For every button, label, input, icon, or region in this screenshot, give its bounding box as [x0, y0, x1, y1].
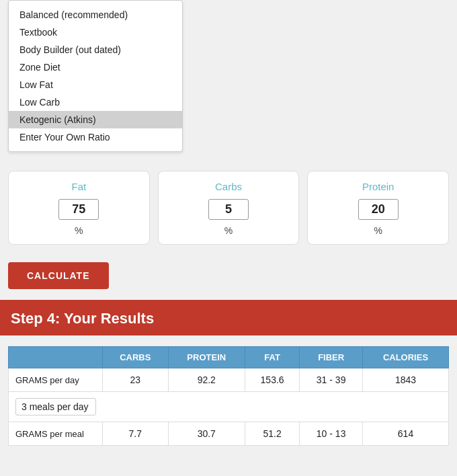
grams-per-day-fiber: 31 - 39	[300, 368, 363, 392]
dropdown-item-lowcarb[interactable]: Low Carb	[9, 93, 182, 111]
fat-ratio-box: Fat %	[8, 171, 150, 245]
step4-header: Step 4: Your Results	[0, 302, 457, 335]
col-header-calories: CALORIES	[363, 347, 449, 368]
dropdown-item-custom[interactable]: Enter Your Own Ratio	[9, 128, 182, 146]
dropdown-item-ketogenic[interactable]: Ketogenic (Atkins)	[9, 111, 182, 128]
results-section: CARBS PROTEIN FAT FIBER CALORIES GRAMS p…	[0, 335, 457, 454]
grams-per-day-row: GRAMS per day 23 92.2 153.6 31 - 39 1843	[9, 368, 449, 392]
carbs-ratio-box: Carbs %	[158, 171, 300, 245]
table-header-row: CARBS PROTEIN FAT FIBER CALORIES	[9, 347, 449, 368]
carbs-unit: %	[224, 225, 233, 236]
protein-ratio-box: Protein %	[307, 171, 449, 245]
protein-label: Protein	[362, 181, 394, 192]
grams-per-day-calories: 1843	[363, 368, 449, 392]
protein-unit: %	[374, 225, 382, 236]
grams-per-day-fat: 153.6	[245, 368, 299, 392]
col-header-empty	[9, 347, 103, 368]
grams-per-meal-carbs: 7.7	[103, 422, 169, 446]
meals-input[interactable]	[15, 398, 96, 415]
meals-input-row	[9, 392, 449, 422]
col-header-fiber: FIBER	[300, 347, 363, 368]
grams-per-day-label: GRAMS per day	[9, 368, 103, 392]
grams-per-day-protein: 92.2	[168, 368, 245, 392]
grams-per-day-carbs: 23	[103, 368, 169, 392]
dropdown-item-bodybuilder[interactable]: Body Builder (out dated)	[9, 41, 182, 58]
ratio-section: Fat % Carbs % Protein %	[0, 163, 457, 253]
fat-unit: %	[75, 225, 83, 236]
carbs-input[interactable]	[208, 199, 249, 220]
col-header-carbs: CARBS	[103, 347, 169, 368]
calculate-section: CALCULATE	[0, 253, 457, 300]
results-table: CARBS PROTEIN FAT FIBER CALORIES GRAMS p…	[8, 346, 449, 446]
carbs-label: Carbs	[215, 181, 242, 192]
grams-per-meal-fiber: 10 - 13	[300, 422, 363, 446]
dropdown-item-balanced[interactable]: Balanced (recommended)	[9, 6, 182, 24]
grams-per-meal-calories: 614	[363, 422, 449, 446]
grams-per-meal-label: GRAMS per meal	[9, 422, 103, 446]
diet-dropdown: Balanced (recommended) Textbook Body Bui…	[8, 0, 183, 152]
dropdown-item-textbook[interactable]: Textbook	[9, 24, 182, 41]
col-header-fat: FAT	[245, 347, 299, 368]
meals-cell	[9, 392, 449, 422]
grams-per-meal-row: GRAMS per meal 7.7 30.7 51.2 10 - 13 614	[9, 422, 449, 446]
calculate-button[interactable]: CALCULATE	[8, 262, 109, 289]
protein-input[interactable]	[358, 199, 399, 220]
col-header-protein: PROTEIN	[168, 347, 245, 368]
grams-per-meal-protein: 30.7	[168, 422, 245, 446]
dropdown-item-lowfat[interactable]: Low Fat	[9, 76, 182, 93]
dropdown-item-zonediet[interactable]: Zone Diet	[9, 58, 182, 76]
grams-per-meal-fat: 51.2	[245, 422, 299, 446]
fat-input[interactable]	[58, 199, 99, 220]
fat-label: Fat	[71, 181, 86, 192]
